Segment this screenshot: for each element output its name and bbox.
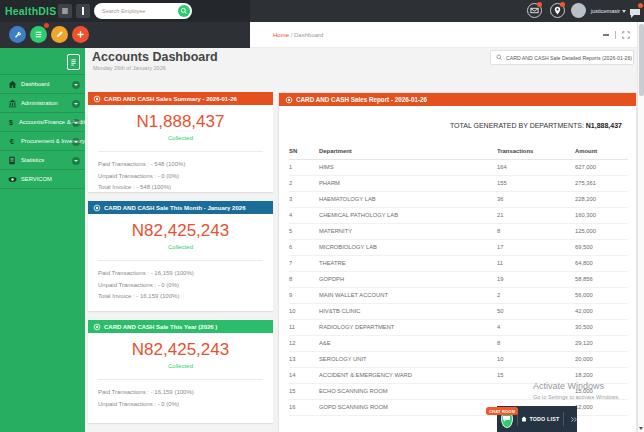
row-sn: 5 (289, 223, 319, 239)
avatar[interactable] (571, 3, 586, 18)
total-invoice-stat: Total Invoice : - 548 (100%) (88, 182, 273, 194)
vertical-scrollbar[interactable] (637, 22, 644, 432)
scrollbar-thumb[interactable] (639, 24, 644, 96)
department-link[interactable]: MAIN WALLET ACCOUNT (319, 287, 497, 303)
row-transactions: 50 (497, 303, 575, 319)
main-content: Accounts Dashboard Monday 26th of Januar… (85, 48, 637, 432)
bullseye-icon (93, 323, 101, 331)
department-link[interactable]: CHEMICAL PATHOLOGY LAB (319, 207, 497, 223)
plus-icon (76, 30, 85, 39)
row-sn: 2 (289, 175, 319, 191)
user-menu[interactable]: justicemasir (591, 0, 626, 22)
row-amount: 125,000 (575, 223, 628, 239)
sidebar-item-servicom[interactable]: SERVICOM (0, 170, 85, 189)
sidebar-item-accounts-finance[interactable]: $ Accounts/Finance & Audit (0, 113, 85, 132)
collapse-icon[interactable] (603, 34, 609, 36)
messages-button[interactable] (527, 3, 542, 18)
chat-button[interactable] (629, 5, 641, 23)
row-sn: 3 (289, 191, 319, 207)
panel-title: CARD AND CASH Sales Report - 2026-01-26 (296, 96, 427, 103)
table-row: 7 THEATRE 11 64,800 (289, 255, 628, 271)
department-link[interactable]: HIV&TB CLINIC (319, 303, 497, 319)
chevron-down-icon[interactable] (72, 81, 80, 89)
row-amount: 56,000 (575, 287, 628, 303)
department-link[interactable]: SEROLOGY UNIT (319, 351, 497, 367)
breadcrumb: Home / Dashboard (273, 22, 323, 48)
edit-button[interactable] (51, 26, 68, 43)
layout-toggle-button[interactable] (76, 4, 90, 18)
collapse-bar-arrow[interactable] (570, 416, 577, 423)
breadcrumb-bar: Home / Dashboard (250, 22, 644, 48)
breadcrumb-current: Dashboard (294, 32, 323, 38)
top-header: HealthDIS justicemasir (0, 0, 644, 22)
location-button[interactable] (550, 3, 565, 18)
chevron-down-icon[interactable] (72, 119, 80, 127)
sidebar-item-administration[interactable]: Administration (0, 94, 85, 113)
envelope-icon (530, 6, 539, 15)
collected-label: Collected (88, 363, 273, 369)
row-sn: 14 (289, 367, 319, 383)
sidebar-item-statistics[interactable]: Statistics (0, 151, 85, 170)
detailed-reports-search[interactable]: CARD AND CASH Sale Detailed Reports (202… (490, 50, 634, 65)
expand-icon[interactable] (622, 31, 630, 39)
ledger-icon (7, 156, 17, 165)
department-link[interactable]: HIMS (319, 159, 497, 175)
department-link[interactable]: ACCIDENT & EMERGENCY WARD (319, 367, 497, 383)
row-transactions: 4 (497, 319, 575, 335)
department-link[interactable]: GOPDPH (319, 271, 497, 287)
department-link[interactable]: MATERNITY (319, 223, 497, 239)
employee-search (94, 3, 192, 19)
table-row: 6 MICROBIOLOGY LAB 17 69,500 (289, 239, 628, 255)
breadcrumb-home-link[interactable]: Home (273, 32, 289, 38)
paid-transactions-stat: Paid Transactions : - 548 (100%) (88, 159, 273, 171)
page-subtitle: Monday 26th of January 2026 (93, 65, 166, 71)
notification-dot (537, 2, 542, 7)
department-link[interactable]: HAEMATOLOGY LAB (319, 191, 497, 207)
row-transactions: 19 (497, 271, 575, 287)
sidebar-item-procurement[interactable]: € Procurement & Inventory (0, 132, 85, 151)
pencil-icon (55, 30, 64, 39)
table-row: 11 RADIOLOGY DEPARTMENT 4 30,500 (289, 319, 628, 335)
department-link[interactable]: GOPD SCANNING ROOM (319, 399, 497, 415)
table-row: 8 GOPDPH 19 58,856 (289, 271, 628, 287)
row-transactions: 10 (497, 351, 575, 367)
row-transactions: 21 (497, 207, 575, 223)
row-amount: 160,300 (575, 207, 628, 223)
department-link[interactable]: A&E (319, 335, 497, 351)
add-button[interactable] (72, 26, 89, 43)
employee-search-input[interactable] (102, 3, 172, 19)
todo-list-button[interactable]: TODO LIST (521, 416, 559, 422)
table-row: 10 HIV&TB CLINIC 50 42,000 (289, 303, 628, 319)
table-row: 13 SEROLOGY UNIT 10 20,000 (289, 351, 628, 367)
total-generated-label: TOTAL GENERATED BY DEPARTMENTS: (450, 122, 584, 129)
department-link[interactable]: THEATRE (319, 255, 497, 271)
sidebar-menu: Dashboard Administration $ Accounts/Fina… (0, 74, 85, 189)
department-link[interactable]: ECHO SCANNING ROOM (319, 383, 497, 399)
scrollbar-down-arrow[interactable] (639, 427, 643, 430)
report-table-body: 1 HIMS 164 627,000 2 PHARM 155 275,361 3… (289, 159, 628, 415)
row-amount: 29,120 (575, 335, 628, 351)
row-sn: 10 (289, 303, 319, 319)
row-amount: 42,000 (575, 303, 628, 319)
brand-area: HealthDIS (0, 0, 250, 22)
chevron-down-icon[interactable] (72, 157, 80, 165)
sale-this-month-card-header: CARD AND CASH Sale This Month - January … (88, 201, 273, 214)
document-icon (70, 58, 77, 67)
tools-button[interactable] (9, 26, 26, 43)
sidebar-toggle-button[interactable] (58, 4, 72, 18)
department-link[interactable]: MICROBIOLOGY LAB (319, 239, 497, 255)
hamburger-icon (61, 7, 69, 15)
search-icon (496, 54, 503, 61)
department-link[interactable]: PHARM (319, 175, 497, 191)
card-title: CARD AND CASH Sale This Month - January … (104, 205, 245, 211)
table-row: 12 A&E 8 29,120 (289, 335, 628, 351)
report-shortcut-button[interactable] (67, 54, 80, 70)
sidebar-item-dashboard[interactable]: Dashboard (0, 75, 85, 94)
chevron-down-icon[interactable] (72, 100, 80, 108)
chevron-down-icon[interactable] (72, 138, 80, 146)
department-link[interactable]: RADIOLOGY DEPARTMENT (319, 319, 497, 335)
search-button[interactable] (178, 5, 190, 17)
tasks-button[interactable] (30, 26, 47, 43)
collected-amount: N82,425,243 (88, 221, 273, 241)
detailed-reports-search-label: CARD AND CASH Sale Detailed Reports (202… (506, 55, 632, 61)
